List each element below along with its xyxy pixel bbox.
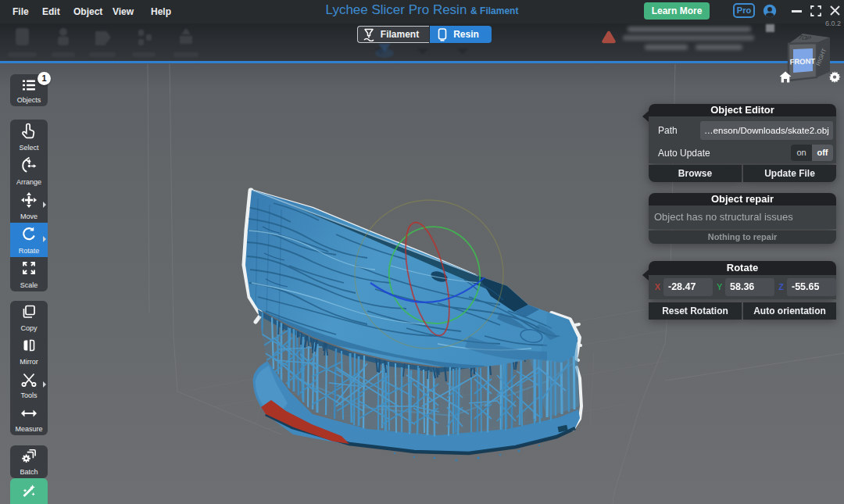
svg-text:FRONT: FRONT: [789, 56, 815, 66]
